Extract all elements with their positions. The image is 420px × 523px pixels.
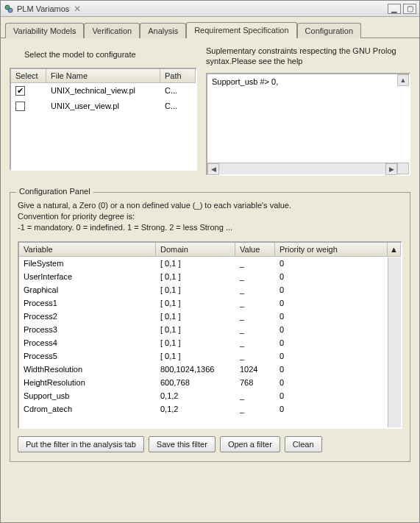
- var-cell-priority: 0: [275, 390, 401, 402]
- checkbox-icon[interactable]: ✔: [15, 86, 25, 96]
- var-cell-variable: Process5: [19, 350, 156, 362]
- var-cell-variable: Cdrom_atech: [19, 403, 156, 415]
- var-cell-value: 1024: [235, 363, 275, 375]
- constraints-text: Support_usb #> 0,: [207, 74, 409, 163]
- file-header-path[interactable]: Path: [160, 69, 196, 82]
- var-cell-domain: 800,1024,1366: [156, 363, 235, 375]
- file-row[interactable]: UNIX_user_view.pl C...: [11, 99, 196, 115]
- var-cell-priority: 0: [275, 257, 401, 269]
- tab-variability-models[interactable]: Variability Models: [5, 23, 84, 38]
- constraints-label: Suplementary constraints respecting the …: [206, 46, 410, 67]
- var-cell-domain: [ 0,1 ]: [156, 257, 235, 269]
- table-row[interactable]: UserInterface[ 0,1 ]_0: [19, 270, 401, 283]
- var-cell-priority: 0: [275, 284, 401, 296]
- window-title: PLM Variamos: [17, 4, 69, 13]
- table-row[interactable]: WidthResolution800,1024,136610240: [19, 363, 401, 376]
- model-select-label: Select the model to configurate: [24, 50, 197, 59]
- file-row[interactable]: ✔ UNIX_technical_view.pl C...: [11, 83, 196, 99]
- scroll-left-icon[interactable]: ◀: [207, 163, 219, 175]
- minimize-button[interactable]: ▁: [388, 4, 401, 14]
- table-row[interactable]: Process5[ 0,1 ]_0: [19, 349, 401, 363]
- tab-requirement-specification[interactable]: Requirement Specification: [186, 22, 296, 38]
- var-cell-variable: Process1: [19, 297, 156, 309]
- var-cell-domain: 600,768: [156, 377, 235, 388]
- checkbox-icon[interactable]: [15, 102, 25, 111]
- var-cell-variable: WidthResolution: [19, 363, 156, 375]
- table-row[interactable]: Cdrom_atech0,1,2_0: [19, 402, 401, 416]
- scroll-right-icon[interactable]: ▶: [385, 163, 397, 175]
- tab-configuration[interactable]: Configuration: [297, 23, 361, 38]
- tab-verification[interactable]: Verification: [84, 23, 140, 38]
- tab-content: Select the model to configurate Select F…: [1, 38, 419, 469]
- var-cell-variable: Support_usb: [19, 390, 156, 402]
- var-cell-variable: Graphical: [19, 284, 156, 296]
- tab-close-icon[interactable]: ✕: [74, 4, 81, 14]
- var-cell-priority: 0: [275, 403, 401, 415]
- var-cell-value: _: [235, 271, 275, 282]
- config-legend: Configuration Panel: [16, 187, 93, 196]
- app-window: PLM Variamos ✕ ▁ ▢ Variability Models Ve…: [0, 0, 420, 523]
- var-cell-domain: [ 0,1 ]: [156, 337, 235, 349]
- file-header-name[interactable]: File Name: [46, 69, 160, 82]
- var-cell-variable: Process3: [19, 324, 156, 335]
- maximize-button[interactable]: ▢: [403, 4, 416, 14]
- var-cell-priority: 0: [275, 297, 401, 309]
- var-cell-value: _: [235, 324, 275, 335]
- table-row[interactable]: FileSystem[ 0,1 ]_0: [19, 257, 401, 270]
- put-filter-button[interactable]: Put the filter in the analysis tab: [18, 436, 144, 452]
- var-cell-variable: Process4: [19, 337, 156, 349]
- var-cell-variable: HeightResolution: [19, 377, 156, 388]
- var-cell-value: _: [235, 310, 275, 322]
- var-header-variable[interactable]: Variable: [19, 243, 156, 256]
- file-name-cell: UNIX_technical_view.pl: [46, 85, 160, 97]
- var-cell-value: _: [235, 390, 275, 402]
- vertical-scrollbar[interactable]: [388, 257, 401, 427]
- var-cell-value: 768: [235, 377, 275, 388]
- scroll-up-icon[interactable]: ▲: [397, 74, 409, 86]
- app-icon: [4, 4, 14, 14]
- var-cell-value: _: [235, 350, 275, 362]
- constraints-textarea[interactable]: Support_usb #> 0, ▲ ◀ ▶: [206, 73, 410, 176]
- var-cell-priority: 0: [275, 350, 401, 362]
- config-help-line2: Convention for priority degree is:: [18, 211, 402, 222]
- file-table: Select File Name Path ✔ UNIX_technical_v…: [10, 68, 197, 171]
- tabstrip: Variability Models Verification Analysis…: [1, 17, 419, 38]
- scroll-up-icon[interactable]: ▲: [388, 243, 401, 256]
- var-cell-domain: [ 0,1 ]: [156, 350, 235, 362]
- var-cell-value: _: [235, 337, 275, 349]
- save-filter-button[interactable]: Save this filter: [149, 436, 216, 452]
- table-row[interactable]: Process2[ 0,1 ]_0: [19, 310, 401, 323]
- var-cell-priority: 0: [275, 337, 401, 349]
- var-cell-value: _: [235, 403, 275, 415]
- open-filter-button[interactable]: Open a filter: [220, 436, 280, 452]
- configuration-panel: Configuration Panel Give a natural, a Ze…: [10, 192, 410, 462]
- table-row[interactable]: HeightResolution600,7687680: [19, 376, 401, 389]
- var-cell-variable: FileSystem: [19, 257, 156, 269]
- var-cell-domain: [ 0,1 ]: [156, 271, 235, 282]
- clean-button[interactable]: Clean: [285, 436, 322, 452]
- table-row[interactable]: Process4[ 0,1 ]_0: [19, 336, 401, 349]
- file-path-cell: C...: [160, 100, 196, 114]
- file-path-cell: C...: [160, 85, 196, 97]
- table-row[interactable]: Graphical[ 0,1 ]_0: [19, 283, 401, 296]
- var-header-value[interactable]: Value: [235, 243, 275, 256]
- table-row[interactable]: Process3[ 0,1 ]_0: [19, 323, 401, 336]
- var-cell-value: _: [235, 297, 275, 309]
- var-header-domain[interactable]: Domain: [156, 243, 235, 256]
- table-row[interactable]: Support_usb0,1,2_0: [19, 389, 401, 402]
- file-name-cell: UNIX_user_view.pl: [46, 100, 160, 114]
- var-cell-domain: [ 0,1 ]: [156, 310, 235, 322]
- svg-point-1: [8, 8, 13, 13]
- var-cell-priority: 0: [275, 324, 401, 335]
- var-header-priority[interactable]: Priority or weigh: [275, 243, 388, 256]
- config-help-line3: -1 = mandatory. 0 = indefined. 1 = Stron…: [18, 222, 402, 233]
- table-row[interactable]: Process1[ 0,1 ]_0: [19, 296, 401, 310]
- var-cell-priority: 0: [275, 310, 401, 322]
- var-cell-domain: 0,1,2: [156, 403, 235, 415]
- var-cell-domain: 0,1,2: [156, 390, 235, 402]
- variable-table: Variable Domain Value Priority or weigh …: [18, 241, 402, 429]
- tab-analysis[interactable]: Analysis: [140, 23, 186, 38]
- var-cell-domain: [ 0,1 ]: [156, 324, 235, 335]
- var-cell-variable: UserInterface: [19, 271, 156, 282]
- file-header-select[interactable]: Select: [11, 69, 46, 82]
